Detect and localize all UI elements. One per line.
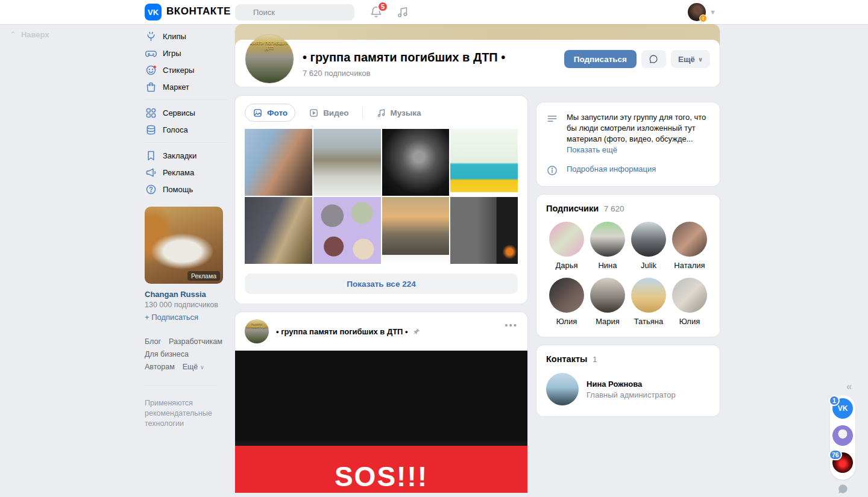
minebrick-app-icon[interactable] bbox=[832, 425, 853, 446]
sidebar-item-ads[interactable]: Реклама bbox=[145, 164, 228, 181]
followers-grid: Дарья Нина Julik Наталия Юлия Мария Тать… bbox=[546, 222, 710, 326]
ad-image[interactable]: Реклама bbox=[145, 207, 223, 284]
collapse-panel-icon[interactable]: « bbox=[846, 381, 852, 393]
sidebar-ad[interactable]: Реклама Changan Russia 130 000 подписчик… bbox=[145, 207, 228, 322]
follower-avatar[interactable] bbox=[590, 222, 625, 257]
photo-thumbnail[interactable] bbox=[313, 129, 381, 196]
subscribe-button[interactable]: Подписаться bbox=[564, 50, 637, 68]
show-all-photos-button[interactable]: Показать все 224 bbox=[245, 274, 518, 294]
photo-thumbnail[interactable] bbox=[245, 197, 312, 264]
photo-thumbnail[interactable] bbox=[313, 197, 381, 264]
sidebar-item-clips[interactable]: Клипы bbox=[145, 28, 228, 45]
follower-avatar[interactable] bbox=[631, 222, 666, 257]
brand-title[interactable]: ВКОНТАКТЕ bbox=[166, 5, 231, 17]
sidebar-item-votes[interactable]: Голоса bbox=[145, 121, 228, 138]
message-button[interactable] bbox=[641, 50, 666, 68]
back-to-top[interactable]: ⌃ Наверх bbox=[10, 30, 49, 39]
post-author-avatar[interactable]: Памяти погибших в ДТП bbox=[245, 319, 269, 343]
user-avatar[interactable]: ! bbox=[688, 3, 706, 21]
show-more-link[interactable]: Показать ещё bbox=[567, 145, 617, 154]
left-sidebar: Клипы Игры Стикеры Маркет Сервисы Голоса bbox=[145, 28, 228, 429]
follower-item[interactable]: Татьяна bbox=[628, 278, 669, 326]
group-header-card: • группа памяти погибших в ДТП • 7 620 п… bbox=[235, 24, 720, 87]
sidebar-item-market[interactable]: Маркет bbox=[145, 78, 228, 95]
ad-subscribe-button[interactable]: + Подписаться bbox=[145, 313, 228, 322]
contacts-card: Контакты 1 Нина Рожнова Главный админист… bbox=[536, 345, 720, 416]
follower-item[interactable]: Юлия bbox=[669, 278, 710, 326]
footer-link-blog[interactable]: Блог bbox=[145, 337, 161, 346]
follower-avatar[interactable] bbox=[631, 278, 666, 313]
footer-link-developers[interactable]: Разработчикам bbox=[169, 337, 222, 346]
message-bubble-icon bbox=[648, 54, 659, 64]
followers-title: Подписчики bbox=[546, 204, 599, 213]
search-input[interactable] bbox=[235, 4, 354, 20]
vk-logo-icon[interactable]: VK bbox=[145, 4, 162, 20]
footer-link-authors[interactable]: Авторам bbox=[145, 363, 175, 371]
post-author-name[interactable]: • группа памяти погибших в ДТП • bbox=[276, 327, 421, 336]
chat-bubble-icon[interactable] bbox=[837, 483, 849, 495]
contacts-header[interactable]: Контакты 1 bbox=[546, 354, 710, 364]
sidebar-footer-links: Блог Разработчикам Для бизнеса Авторам Е… bbox=[145, 337, 225, 371]
sidebar-item-label: Стикеры bbox=[163, 66, 194, 75]
stickers-icon bbox=[145, 64, 157, 77]
group-avatar[interactable]: Памяти погибших в ДТП bbox=[245, 35, 294, 83]
group-title: • группа памяти погибших в ДТП • bbox=[303, 51, 505, 64]
music-icon[interactable] bbox=[396, 5, 409, 19]
photos-card: Фото Видео Музыка bbox=[235, 96, 527, 304]
sidebar-item-help[interactable]: Помощь bbox=[145, 181, 228, 198]
chevron-down-icon: ∨ bbox=[698, 56, 703, 63]
photo-thumbnail[interactable] bbox=[382, 129, 450, 196]
follower-avatar[interactable] bbox=[549, 222, 584, 257]
post-menu-button[interactable]: ••• bbox=[505, 323, 518, 328]
sidebar-item-label: Голоса bbox=[163, 125, 188, 134]
follower-item[interactable]: Мария bbox=[587, 278, 628, 326]
vk-messenger-badge: 1 bbox=[829, 395, 840, 406]
photo-thumbnail[interactable] bbox=[382, 197, 450, 264]
contact-name[interactable]: Нина Рожнова bbox=[587, 380, 676, 389]
follower-item[interactable]: Юлия bbox=[546, 278, 587, 326]
photo-grid bbox=[235, 129, 527, 264]
tab-video[interactable]: Видео bbox=[301, 104, 356, 122]
contact-item[interactable]: Нина Рожнова Главный администратор bbox=[546, 373, 710, 405]
vk-messenger-icon[interactable]: VK 1 bbox=[832, 398, 853, 419]
sidebar-item-games[interactable]: Игры bbox=[145, 45, 228, 61]
contact-role: Главный администратор bbox=[587, 390, 676, 399]
follower-name: Julik bbox=[641, 261, 656, 270]
follower-name: Мария bbox=[596, 317, 620, 326]
group-more-button[interactable]: Ещё ∨ bbox=[671, 50, 710, 68]
follower-item[interactable]: Julik bbox=[628, 222, 669, 270]
post-avatar-text: Памяти погибших в ДТП bbox=[245, 322, 269, 328]
follower-avatar[interactable] bbox=[549, 278, 584, 313]
services-icon bbox=[145, 107, 157, 119]
pinned-post-card: Памяти погибших в ДТП • группа памяти по… bbox=[235, 312, 527, 493]
tab-music[interactable]: Музыка bbox=[369, 104, 429, 122]
follower-item[interactable]: Дарья bbox=[546, 222, 587, 270]
sidebar-item-bookmarks[interactable]: Закладки bbox=[145, 147, 228, 164]
follower-avatar[interactable] bbox=[590, 278, 625, 313]
follower-item[interactable]: Наталия bbox=[669, 222, 710, 270]
chevron-down-icon[interactable]: ▼ bbox=[709, 8, 716, 16]
sidebar-item-services[interactable]: Сервисы bbox=[145, 104, 228, 121]
photo-thumbnail[interactable] bbox=[245, 129, 312, 196]
follower-avatar[interactable] bbox=[672, 222, 707, 257]
follower-item[interactable]: Нина bbox=[587, 222, 628, 270]
photo-thumbnail[interactable] bbox=[450, 197, 518, 264]
tab-photos[interactable]: Фото bbox=[245, 104, 295, 122]
vk-mini-logo: VK bbox=[838, 404, 848, 413]
detailed-info-link[interactable]: Подробная информация bbox=[567, 164, 656, 177]
chevron-down-icon: ∨ bbox=[200, 364, 204, 370]
footer-link-business[interactable]: Для бизнеса bbox=[145, 350, 189, 358]
group-actions: Подписаться Ещё ∨ bbox=[564, 50, 710, 68]
game-app-icon[interactable]: 76 bbox=[832, 452, 853, 473]
tab-divider bbox=[362, 107, 363, 118]
votes-icon bbox=[145, 123, 157, 136]
group-subscribers-count[interactable]: 7 620 подписчиков bbox=[303, 69, 370, 78]
footer-link-more[interactable]: Ещё ∨ bbox=[183, 363, 204, 371]
follower-avatar[interactable] bbox=[672, 278, 707, 313]
sidebar-item-stickers[interactable]: Стикеры bbox=[145, 61, 228, 78]
followers-header[interactable]: Подписчики 7 620 bbox=[546, 204, 710, 213]
post-image[interactable]: SOS!!! bbox=[235, 351, 527, 493]
photo-thumbnail[interactable] bbox=[450, 129, 518, 196]
ad-title-link[interactable]: Changan Russia bbox=[145, 290, 228, 299]
contact-avatar[interactable] bbox=[546, 373, 579, 405]
